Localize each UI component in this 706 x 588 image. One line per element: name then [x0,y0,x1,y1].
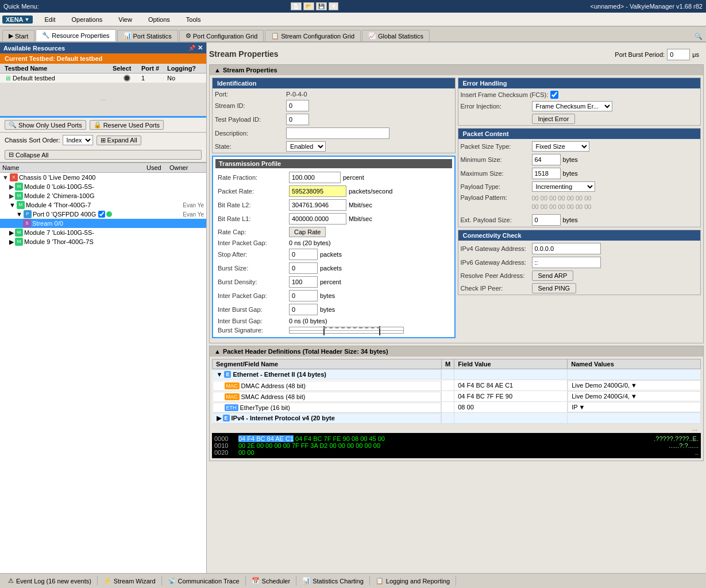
module7-expand-icon: ▶ [9,229,14,237]
filter-icon[interactable]: 🔍 [691,32,706,41]
payload-type-dropdown[interactable]: Incrementing Random [532,181,595,192]
xena-logo: XENA ▼ [2,16,33,24]
scheduler-item[interactable]: 📅 Scheduler [246,576,297,586]
comm-trace-item[interactable]: 📡 Communication Trace [162,576,246,586]
menu-bar: XENA ▼ Edit Operations View Options Tool… [0,13,706,26]
bit-rate-l1-input[interactable] [289,213,346,225]
sidebar-close-icon[interactable]: ✕ [198,44,203,52]
toolbar-icon-save[interactable]: 💾 [316,2,327,10]
sidebar-pin-icon[interactable]: 📌 [188,45,195,51]
cap-rate-btn[interactable]: Cap Rate [289,227,326,237]
bit-rate-l2-input[interactable] [289,199,346,211]
tree-stream-0[interactable]: S Stream 0/0 [0,219,206,228]
packet-size-type-row: Packet Size Type: Fixed Size Incrementin… [458,140,701,153]
testbed-radio[interactable] [124,75,130,82]
test-payload-input[interactable] [286,114,309,125]
smac-dropdown-icon[interactable]: ▼ [631,393,637,400]
collapse-all-btn[interactable]: ⊟ Collapse All [5,150,202,160]
tree-module-9[interactable]: ▶ M Module 9 'Thor-400G-7S [0,237,206,246]
tree-module-7[interactable]: ▶ M Module 7 'Loki-100G-5S- [0,228,206,237]
send-ping-btn[interactable]: Send PING [532,283,577,293]
tree-area: ▼ X Chassis 0 'Live Demo 2400 ▶ M Module… [0,173,206,573]
logging-item[interactable]: 📋 Logging and Reporting [370,576,456,586]
error-injection-dropdown[interactable]: Frame Checksum Er... [532,101,612,111]
menu-edit[interactable]: Edit [40,15,60,24]
toolbar-icon-new[interactable]: 📄 [291,2,302,10]
inject-error-btn[interactable]: Inject Error [532,114,576,124]
testbed-row[interactable]: 🖥 Default testbed 1 No [0,74,206,83]
show-used-ports-btn[interactable]: 🔍 Show Only Used Ports [5,120,86,130]
menu-view[interactable]: View [114,15,137,24]
inter-packet-gap2-label: Inter Packet Gap: [218,292,287,299]
module4-expand-icon: ▼ [9,202,16,208]
stream-properties-header[interactable]: ▲ Stream Properties [210,65,703,75]
tree-port-0[interactable]: ▼ P Port 0 'QSFPDD 400G Evan Ye [0,210,206,219]
toolbar-icon-extra[interactable]: ▼ [329,2,338,10]
ethertype-row[interactable]: ETH EtherType (16 bit) 08 00 IP ▼ [213,402,701,413]
tree-module-2[interactable]: ▶ M Module 2 'Chimera-100G [0,191,206,200]
ipv6-input[interactable] [532,257,601,268]
transmission-panel: Transmission Profile Rate Fraction: perc… [212,156,456,338]
ethernet-icon: E [224,371,231,378]
ipv6-label: IPv6 Gateway Address: [461,259,530,266]
main-content: Available Resources 📌 ✕ Current Testbed:… [0,42,706,573]
stats-charting-item[interactable]: 📊 Statistics Charting [296,576,370,586]
inter-burst-gap-input[interactable] [289,304,318,315]
ipv4-input[interactable] [532,243,601,254]
tab-resource[interactable]: 🔧 Resource Properties [36,29,115,41]
tab-port-config[interactable]: ⚙ Port Configuration Grid [179,30,264,41]
menu-tools[interactable]: Tools [182,15,206,24]
burst-signature-slider[interactable] [289,327,404,334]
packet-size-type-dropdown[interactable]: Fixed Size Incrementing [532,141,589,152]
menu-operations[interactable]: Operations [67,15,107,24]
tab-global-stats[interactable]: 📈 Global Statistics [362,30,430,41]
tab-port-stats[interactable]: 📊 Port Statistics [117,30,178,41]
module2-icon: M [15,192,23,200]
tree-module-4[interactable]: ▼ M Module 4 'Thor-400G-7 Evan Ye [0,200,206,210]
burst-density-input[interactable] [289,276,318,288]
sidebar-controls: 🔍 Show Only Used Ports 🔒 Reserve Used Po… [0,118,206,133]
ext-payload-input[interactable] [532,214,561,226]
stop-after-input[interactable] [289,249,318,260]
state-dropdown[interactable]: Enabled Disabled [286,141,326,152]
stream-wizard-item[interactable]: ⚡ Stream Wizard [98,576,162,586]
packet-rate-input[interactable] [289,185,346,197]
rate-fraction-input[interactable] [289,172,341,183]
event-log-item[interactable]: ⚠ Event Log (16 new events) [2,576,98,586]
burst-size-input[interactable] [289,262,318,274]
global-stats-icon: 📈 [368,32,376,40]
port0-checkbox[interactable] [98,211,105,218]
ipv4-section-row[interactable]: ▶ E IPv4 - Internet Protocol v4 (20 byte [213,413,701,424]
menu-options[interactable]: Options [144,15,175,24]
port-burst-input[interactable] [667,49,690,60]
inter-packet-gap2-input[interactable] [289,290,318,301]
dmac-row[interactable]: MAC DMAC Address (48 bit) 04 F4 BC 84 AE… [213,380,701,391]
sort-dropdown[interactable]: Index [63,135,93,145]
ethernet-section-row[interactable]: ▼ E Ethernet - Ethernet II (14 bytes) [213,369,701,380]
stream-config-icon: 📋 [271,32,279,40]
fcs-checkbox[interactable] [550,91,558,99]
smac-row[interactable]: MAC SMAC Address (48 bit) 04 F4 BC 7F FE… [213,391,701,402]
tab-port-config-label: Port Configuration Grid [193,33,258,40]
tab-stream-config[interactable]: 📋 Stream Configuration Grid [265,30,361,41]
tree-module-0[interactable]: ▶ M Module 0 'Loki-100G-5S- [0,182,206,191]
ethertype-dropdown-icon[interactable]: ▼ [579,404,585,411]
packet-header-content: Segment/Field Name M Field Value Named V… [210,357,703,461]
tree-chassis-0[interactable]: ▼ X Chassis 0 'Live Demo 2400 [0,173,206,182]
stream-id-input[interactable] [286,100,309,111]
port-config-icon: ⚙ [186,32,191,40]
dmac-dropdown-icon[interactable]: ▼ [631,382,637,389]
reserve-used-btn[interactable]: 🔒 Reserve Used Ports [90,120,164,130]
description-input[interactable]: Stream number 0 [286,127,389,139]
send-arp-btn[interactable]: Send ARP [532,270,574,281]
packet-header-panel-header[interactable]: ▲ Packet Header Definitions (Total Heade… [210,346,703,357]
resolve-peer-row: Resolve Peer Address: Send ARP [458,269,701,282]
expand-all-btn[interactable]: ⊞ Expand All [97,136,141,145]
max-size-input[interactable] [532,168,561,179]
min-size-input[interactable] [532,154,561,165]
toolbar-icon-open[interactable]: 📂 [303,2,314,10]
tab-start[interactable]: ▶ Start [2,30,34,41]
payload-row1: 00 00 00 00 00 00 00 [532,194,592,203]
testbed-select[interactable] [113,75,141,82]
module0-label: Module 0 'Loki-100G-5S- [24,183,94,190]
